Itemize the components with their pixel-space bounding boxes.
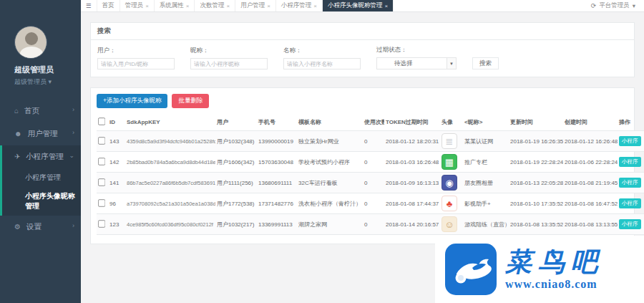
status-field: 过期状态： 待选择 ▼ bbox=[376, 46, 457, 69]
tab-close-icon[interactable]: × bbox=[313, 3, 317, 9]
platform-user-menu[interactable]: 平台管理员 bbox=[599, 1, 630, 10]
cell-user: 用户1772(538) bbox=[215, 193, 257, 214]
row-checkbox[interactable] bbox=[98, 199, 105, 206]
brand-url: www.cniao8.com bbox=[505, 278, 604, 291]
sidebar-profile: 超级管理员 超级管理员 ▾ bbox=[0, 0, 81, 91]
search-input[interactable] bbox=[283, 58, 361, 69]
chevron-right-icon: › bbox=[72, 106, 74, 113]
tab[interactable]: 用户管理 × bbox=[235, 0, 276, 11]
row-checkbox[interactable] bbox=[98, 178, 105, 186]
select-arrow-icon[interactable]: ▼ bbox=[447, 58, 456, 69]
cell-avatar: ≣ bbox=[440, 131, 463, 152]
tab[interactable]: 小程序头像昵称管理 × bbox=[323, 0, 394, 11]
data-table: IDSdkAppKEY用户手机号模板名称使用次数TOKEN过期时间头像<昵称>更… bbox=[97, 114, 644, 235]
cell-id: 141 bbox=[108, 173, 125, 193]
profile-role-dropdown[interactable]: 超级管理员 ▾ bbox=[14, 77, 81, 87]
row-checkbox[interactable] bbox=[98, 158, 105, 165]
sidebar-subitem-avatar-nickname[interactable]: 小程序头像昵称管理 bbox=[2, 187, 81, 216]
cell-token-expire: 2018-01-12 18:20:31 bbox=[384, 131, 440, 152]
table-row: 141 86b7ac5e0227a86f6b5db7cdf5836912 用户1… bbox=[97, 173, 644, 193]
refresh-icon[interactable]: ⟳ bbox=[591, 2, 597, 9]
column-header[interactable]: 头像 bbox=[440, 114, 463, 131]
search-input[interactable] bbox=[97, 58, 175, 69]
tab[interactable]: 小程序管理 × bbox=[276, 0, 323, 11]
tab-label: 用户管理 bbox=[240, 1, 265, 10]
row-checkbox[interactable] bbox=[98, 137, 105, 144]
column-header[interactable]: 用户 bbox=[215, 114, 257, 131]
row-checkbox-cell bbox=[97, 152, 108, 173]
search-input[interactable] bbox=[190, 58, 268, 69]
miniprogram-action-button[interactable]: 小程序 bbox=[619, 136, 641, 146]
chevron-down-icon: ▾ bbox=[49, 78, 52, 85]
select-all-checkbox[interactable] bbox=[98, 117, 105, 125]
cell-template-name: 独立策划Hr网业 bbox=[297, 131, 363, 152]
column-header[interactable]: 使用次数 bbox=[363, 114, 384, 131]
table-body: 143 4359d8c5a9d3f94dcfc946b01a2528fc 用户1… bbox=[97, 131, 644, 235]
cell-token-expire: 2018-01-09 16:13:13 bbox=[384, 173, 440, 193]
sidebar-menu: ⌂ 首页 › ☻ 用户管理 › ✈ 小程序管理 ⌄ 小程序管理 小程序头像昵称管… bbox=[0, 100, 81, 239]
cell-update-time: 2018-01-08 13:35:52 bbox=[509, 214, 563, 235]
column-header[interactable]: 手机号 bbox=[257, 114, 297, 131]
chevron-down-icon: ▾ bbox=[633, 2, 635, 9]
cell-avatar: ♣ bbox=[440, 193, 463, 214]
paper-plane-icon: ✈ bbox=[14, 153, 20, 160]
user-avatar[interactable] bbox=[14, 26, 47, 59]
column-header[interactable]: <昵称> bbox=[463, 114, 509, 131]
miniprogram-action-button[interactable]: 小程序 bbox=[619, 157, 641, 167]
column-header[interactable]: TOKEN过期时间 bbox=[384, 114, 440, 131]
cell-nickname: 游戏陪练（直营） bbox=[463, 214, 509, 235]
tab[interactable]: 次数管理 × bbox=[195, 0, 235, 11]
chevron-down-icon: ⌄ bbox=[69, 152, 74, 159]
gear-icon: ⚙ bbox=[14, 223, 21, 231]
column-header[interactable]: 模板名称 bbox=[297, 114, 363, 131]
tab-close-icon[interactable]: × bbox=[384, 3, 388, 9]
table-header-row: IDSdkAppKEY用户手机号模板名称使用次数TOKEN过期时间头像<昵称>更… bbox=[97, 114, 644, 131]
sidebar-item-home[interactable]: ⌂ 首页 › bbox=[0, 100, 81, 122]
sidebar-item-miniprogram-management[interactable]: ✈ 小程序管理 ⌄ bbox=[2, 145, 81, 168]
tab[interactable]: 管理员 × bbox=[120, 0, 155, 11]
search-button[interactable]: 搜索 bbox=[472, 57, 499, 69]
add-avatar-nickname-button[interactable]: +添加小程序头像昵称 bbox=[97, 94, 167, 108]
row-checkbox[interactable] bbox=[98, 220, 105, 227]
row-checkbox-cell bbox=[97, 173, 108, 193]
cell-usage-count: 0 bbox=[363, 152, 384, 173]
sidebar-item-settings[interactable]: ⚙ 设置 › bbox=[0, 216, 81, 239]
miniprogram-avatar: ≣ bbox=[441, 133, 457, 149]
cell-user: 用户1606(342) bbox=[215, 152, 257, 173]
table-toolbar: +添加小程序头像昵称 批量删除 bbox=[97, 94, 628, 108]
column-header[interactable]: SdkAppKEY bbox=[125, 114, 215, 131]
tab[interactable]: 首页 × bbox=[97, 0, 120, 11]
user-icon: ☻ bbox=[14, 130, 22, 138]
tab[interactable]: 系统属性 × bbox=[155, 0, 195, 11]
sidebar-item-user-management[interactable]: ☻ 用户管理 › bbox=[0, 122, 81, 145]
cell-template-name: 洗衣柜小程序（青柠汁） bbox=[297, 193, 363, 214]
column-header[interactable]: 创建时间 bbox=[563, 114, 618, 131]
miniprogram-action-button[interactable]: 小程序 bbox=[619, 178, 641, 188]
sidebar-subitem-miniprogram[interactable]: 小程序管理 bbox=[2, 168, 81, 187]
batch-delete-button[interactable]: 批量删除 bbox=[172, 94, 209, 108]
sidebar-group-miniprogram: ✈ 小程序管理 ⌄ 小程序管理 小程序头像昵称管理 bbox=[0, 145, 81, 216]
cell-usage-count: 0 bbox=[363, 214, 384, 235]
tab-close-icon[interactable]: × bbox=[186, 3, 190, 9]
status-select[interactable]: 待选择 ▼ bbox=[376, 57, 457, 69]
tab-close-icon[interactable]: × bbox=[145, 3, 149, 9]
hamburger-icon[interactable]: ☰ bbox=[81, 0, 97, 11]
column-header[interactable]: ID bbox=[108, 114, 125, 131]
miniprogram-action-button[interactable]: 小程序 bbox=[619, 198, 641, 208]
cell-nickname: 影视助手+ bbox=[463, 193, 509, 214]
tab-close-icon[interactable]: × bbox=[267, 3, 270, 9]
cell-usage-count: 0 bbox=[363, 131, 384, 152]
column-header[interactable]: 更新时间 bbox=[509, 114, 563, 131]
tab-close-icon[interactable]: × bbox=[226, 3, 230, 9]
status-field-label: 过期状态： bbox=[376, 46, 457, 54]
tab-label: 管理员 bbox=[125, 1, 144, 10]
status-select-value: 待选择 bbox=[377, 59, 447, 68]
column-header[interactable]: 操作 bbox=[618, 114, 644, 131]
cell-update-time: 2018-01-13 22:05:28 bbox=[509, 173, 563, 193]
miniprogram-action-button[interactable]: 小程序 bbox=[619, 219, 641, 229]
miniprogram-avatar: ◉ bbox=[441, 175, 457, 191]
cell-phone: 13680691111 bbox=[257, 173, 297, 193]
cell-nickname: 朋友圈相册 bbox=[463, 173, 509, 193]
cell-avatar: ☺ bbox=[440, 214, 463, 235]
cell-appkey: 4ce985f5c60fcd036df95c080cf0212f bbox=[125, 214, 215, 235]
